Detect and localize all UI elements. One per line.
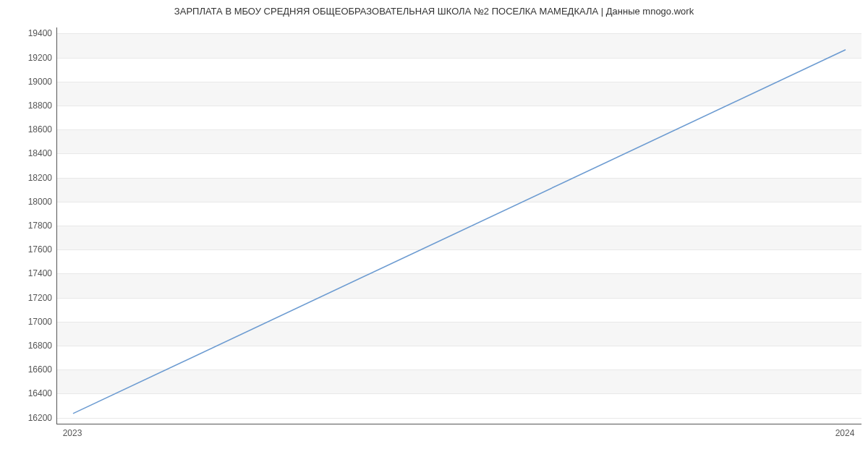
y-tick-label: 17000 bbox=[9, 317, 52, 327]
chart-title: ЗАРПЛАТА В МБОУ СРЕДНЯЯ ОБЩЕОБРАЗОВАТЕЛЬ… bbox=[0, 6, 868, 17]
y-tick-label: 18200 bbox=[9, 173, 52, 183]
x-tick-label: 2024 bbox=[835, 428, 855, 438]
chart-container: ЗАРПЛАТА В МБОУ СРЕДНЯЯ ОБЩЕОБРАЗОВАТЕЛЬ… bbox=[0, 0, 868, 470]
y-tick-label: 16200 bbox=[9, 413, 52, 423]
y-tick-label: 16600 bbox=[9, 364, 52, 375]
y-tick-label: 16400 bbox=[9, 388, 52, 398]
y-tick-label: 17600 bbox=[9, 244, 52, 255]
plot-area bbox=[56, 27, 861, 424]
y-tick-label: 19200 bbox=[9, 53, 52, 63]
y-tick-label: 18000 bbox=[9, 197, 52, 207]
line-series bbox=[57, 27, 861, 424]
y-tick-label: 18800 bbox=[9, 101, 52, 111]
y-tick-label: 18600 bbox=[9, 124, 52, 134]
y-tick-label: 16800 bbox=[9, 341, 52, 351]
y-tick-label: 19400 bbox=[9, 28, 52, 38]
series-line bbox=[73, 50, 846, 414]
x-tick-label: 2023 bbox=[63, 428, 82, 438]
y-tick-label: 17400 bbox=[9, 268, 52, 278]
y-tick-label: 17800 bbox=[9, 221, 52, 231]
y-tick-label: 19000 bbox=[9, 77, 52, 87]
y-tick-label: 17200 bbox=[9, 293, 52, 303]
y-tick-label: 18400 bbox=[9, 148, 52, 158]
